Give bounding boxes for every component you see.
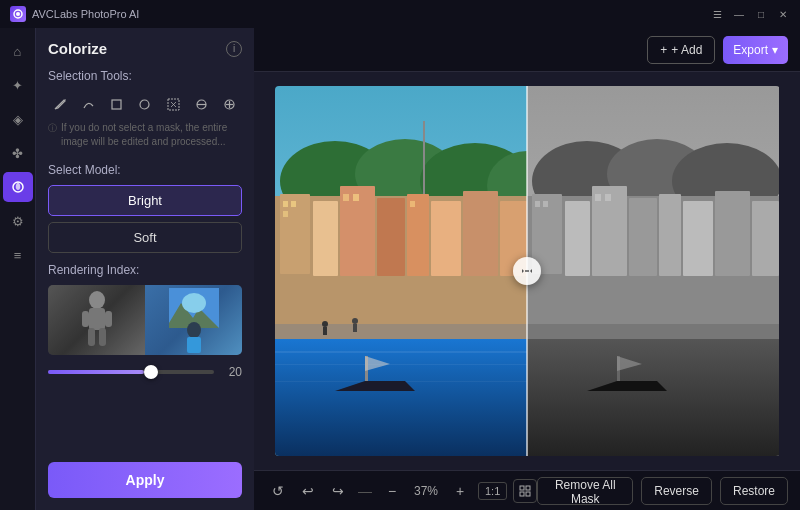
reverse-btn[interactable]: Reverse: [641, 477, 712, 505]
colorized-half: [275, 86, 528, 456]
minimize-btn[interactable]: —: [732, 7, 746, 21]
split-handle[interactable]: [513, 257, 541, 285]
svg-rect-79: [526, 486, 530, 490]
app-icon: [10, 6, 26, 22]
svg-rect-50: [275, 364, 527, 365]
svg-rect-73: [527, 339, 779, 456]
sidebar-settings[interactable]: ⚙: [3, 206, 33, 236]
select-model-label: Select Model:: [48, 163, 242, 177]
redo-btn[interactable]: ↪: [326, 479, 350, 503]
action-buttons: Remove All Mask Reverse Restore: [537, 477, 788, 505]
sidebar-home[interactable]: ⌂: [3, 36, 33, 66]
split-divider: [526, 86, 528, 456]
hint-text: ⓘ If you do not select a mask, the entir…: [48, 121, 242, 149]
titlebar: AVCLabs PhotoPro AI ☰ — □ ✕: [0, 0, 800, 28]
select-tool[interactable]: [161, 91, 185, 117]
svg-rect-14: [105, 311, 112, 327]
svg-rect-68: [535, 201, 540, 207]
menu-btn[interactable]: ☰: [710, 7, 724, 21]
grayscale-half: [527, 86, 780, 456]
svg-rect-81: [526, 492, 530, 496]
svg-rect-42: [410, 201, 415, 207]
svg-rect-78: [520, 486, 524, 490]
panel-header: Colorize i: [48, 40, 242, 57]
restore-btn[interactable]: Restore: [720, 477, 788, 505]
panel-title: Colorize: [48, 40, 107, 57]
preview-left: [48, 285, 145, 355]
svg-rect-16: [99, 328, 106, 346]
remove-mask-btn[interactable]: Remove All Mask: [537, 477, 633, 505]
zoom-out-btn[interactable]: −: [380, 479, 404, 503]
svg-rect-39: [283, 211, 288, 217]
svg-rect-34: [431, 201, 461, 276]
pencil-tool[interactable]: [48, 91, 72, 117]
maximize-btn[interactable]: □: [754, 7, 768, 21]
svg-rect-30: [313, 201, 338, 276]
ratio-btn[interactable]: 1:1: [478, 482, 507, 500]
svg-rect-27: [423, 121, 425, 201]
add-tool[interactable]: [218, 91, 242, 117]
model-bright-btn[interactable]: Bright: [48, 185, 242, 216]
canvas-area: [254, 72, 800, 470]
svg-rect-12: [89, 308, 105, 330]
svg-rect-45: [323, 327, 327, 335]
slider-row: 20: [48, 365, 242, 379]
hint-icon: ⓘ: [48, 122, 57, 135]
svg-point-44: [322, 321, 328, 327]
svg-rect-3: [112, 100, 121, 109]
apply-button[interactable]: Apply: [48, 462, 242, 498]
svg-rect-21: [187, 337, 201, 353]
export-button[interactable]: Export ▾: [723, 36, 788, 64]
info-icon[interactable]: i: [226, 41, 242, 57]
sidebar-tools[interactable]: ◈: [3, 104, 33, 134]
sidebar-colorize[interactable]: [3, 172, 33, 202]
svg-rect-63: [629, 198, 657, 276]
svg-point-46: [352, 318, 358, 324]
svg-point-4: [140, 100, 149, 109]
export-arrow-icon: ▾: [772, 43, 778, 57]
sidebar-layers[interactable]: ≡: [3, 240, 33, 270]
curve-tool[interactable]: [76, 91, 100, 117]
preview-right: [145, 285, 242, 355]
slider-value: 20: [222, 365, 242, 379]
svg-point-11: [89, 291, 105, 309]
ellipse-tool[interactable]: [133, 91, 157, 117]
zoom-in-btn[interactable]: +: [448, 479, 472, 503]
svg-point-19: [182, 293, 206, 313]
svg-rect-37: [283, 201, 288, 207]
svg-rect-41: [353, 194, 359, 201]
svg-rect-64: [659, 194, 681, 276]
left-panel: Colorize i Selection Tools:: [36, 28, 254, 510]
svg-rect-35: [463, 191, 498, 276]
add-button[interactable]: + + Add: [647, 36, 715, 64]
sidebar-enhance[interactable]: ✦: [3, 70, 33, 100]
bottom-bar: ↺ ↩ ↪ — − 37% + 1:1 Remove All: [254, 470, 800, 510]
app-title: AVCLabs PhotoPro AI: [32, 8, 710, 20]
zoom-controls: ↺ ↩ ↪ — − 37% + 1:1: [266, 479, 537, 503]
svg-rect-47: [353, 324, 357, 332]
rect-tool[interactable]: [105, 91, 129, 117]
svg-rect-43: [275, 324, 527, 339]
slider-thumb[interactable]: [144, 365, 158, 379]
svg-rect-70: [595, 194, 601, 201]
remove-tool[interactable]: [189, 91, 213, 117]
svg-rect-65: [683, 201, 713, 276]
refresh-btn[interactable]: ↺: [266, 479, 290, 503]
close-btn[interactable]: ✕: [776, 7, 790, 21]
rendering-label: Rendering Index:: [48, 263, 242, 277]
fit-btn[interactable]: [513, 479, 537, 503]
svg-rect-72: [527, 324, 779, 339]
svg-rect-80: [520, 492, 524, 496]
slider-fill: [48, 370, 144, 374]
svg-rect-32: [377, 198, 405, 276]
top-bar: + + Add Export ▾: [254, 28, 800, 72]
undo-btn[interactable]: ↩: [296, 479, 320, 503]
svg-rect-49: [275, 351, 527, 353]
zoom-separator: —: [358, 483, 372, 499]
window-controls: ☰ — □ ✕: [710, 7, 790, 21]
model-soft-btn[interactable]: Soft: [48, 222, 242, 253]
sidebar: ⌂ ✦ ◈ ✤ ⚙ ≡: [0, 28, 36, 510]
svg-rect-66: [715, 191, 750, 276]
sidebar-effects[interactable]: ✤: [3, 138, 33, 168]
rendering-slider-track[interactable]: [48, 370, 214, 374]
